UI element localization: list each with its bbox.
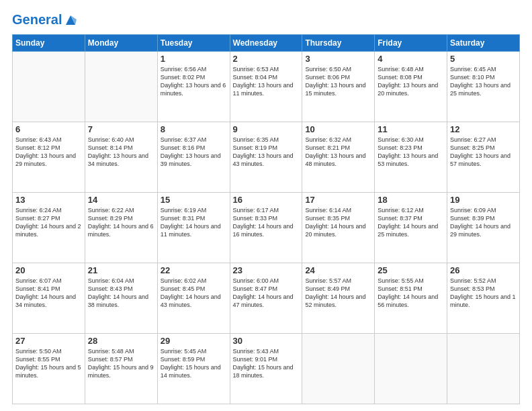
day-number: 29 [161,336,227,346]
day-info: Sunrise: 6:19 AM Sunset: 8:31 PM Dayligh… [161,206,227,239]
calendar-cell: 11Sunrise: 6:30 AM Sunset: 8:23 PM Dayli… [375,122,447,193]
day-info: Sunrise: 5:45 AM Sunset: 8:59 PM Dayligh… [161,347,227,380]
calendar-cell: 18Sunrise: 6:12 AM Sunset: 8:37 PM Dayli… [375,193,447,263]
calendar-cell: 3Sunrise: 6:50 AM Sunset: 8:06 PM Daylig… [302,52,375,122]
day-info: Sunrise: 6:12 AM Sunset: 8:37 PM Dayligh… [378,206,444,239]
day-info: Sunrise: 6:43 AM Sunset: 8:12 PM Dayligh… [15,136,82,169]
day-info: Sunrise: 6:53 AM Sunset: 8:04 PM Dayligh… [233,65,300,98]
calendar-cell: 15Sunrise: 6:19 AM Sunset: 8:31 PM Dayli… [157,193,230,263]
day-info: Sunrise: 6:02 AM Sunset: 8:45 PM Dayligh… [161,277,227,310]
day-info: Sunrise: 6:56 AM Sunset: 8:02 PM Dayligh… [161,65,227,98]
calendar-week-row: 1Sunrise: 6:56 AM Sunset: 8:02 PM Daylig… [13,52,520,122]
day-info: Sunrise: 6:04 AM Sunset: 8:43 PM Dayligh… [88,277,154,310]
day-number: 27 [15,336,82,346]
day-info: Sunrise: 6:17 AM Sunset: 8:33 PM Dayligh… [233,206,300,239]
day-info: Sunrise: 6:40 AM Sunset: 8:14 PM Dayligh… [88,136,154,169]
calendar-cell: 30Sunrise: 5:43 AM Sunset: 9:01 PM Dayli… [230,334,302,404]
day-number: 1 [161,54,227,64]
calendar-cell: 19Sunrise: 6:09 AM Sunset: 8:39 PM Dayli… [447,193,520,263]
day-info: Sunrise: 6:22 AM Sunset: 8:29 PM Dayligh… [88,206,154,239]
calendar-cell: 8Sunrise: 6:37 AM Sunset: 8:16 PM Daylig… [157,122,230,193]
calendar-cell: 10Sunrise: 6:32 AM Sunset: 8:21 PM Dayli… [302,122,375,193]
calendar-cell: 7Sunrise: 6:40 AM Sunset: 8:14 PM Daylig… [85,122,157,193]
day-number: 2 [233,54,300,64]
day-info: Sunrise: 6:48 AM Sunset: 8:08 PM Dayligh… [378,65,444,98]
calendar-week-row: 27Sunrise: 5:50 AM Sunset: 8:55 PM Dayli… [13,334,520,404]
calendar-table: Sunday Monday Tuesday Wednesday Thursday… [12,34,520,404]
day-info: Sunrise: 5:52 AM Sunset: 8:53 PM Dayligh… [450,277,517,310]
day-number: 17 [305,195,371,205]
calendar-cell: 26Sunrise: 5:52 AM Sunset: 8:53 PM Dayli… [447,263,520,334]
day-info: Sunrise: 6:07 AM Sunset: 8:41 PM Dayligh… [15,277,82,310]
day-number: 30 [233,336,300,346]
day-number: 13 [15,195,82,205]
logo-icon [63,13,78,28]
col-friday: Friday [375,35,447,52]
day-number: 7 [88,124,154,134]
day-info: Sunrise: 5:57 AM Sunset: 8:49 PM Dayligh… [305,277,371,310]
day-number: 12 [450,124,517,134]
calendar-cell: 1Sunrise: 6:56 AM Sunset: 8:02 PM Daylig… [157,52,230,122]
day-number: 20 [15,265,82,275]
day-info: Sunrise: 6:32 AM Sunset: 8:21 PM Dayligh… [305,136,371,169]
calendar-week-row: 13Sunrise: 6:24 AM Sunset: 8:27 PM Dayli… [13,193,520,263]
calendar-cell: 21Sunrise: 6:04 AM Sunset: 8:43 PM Dayli… [85,263,157,334]
calendar-cell [85,52,157,122]
calendar-cell: 4Sunrise: 6:48 AM Sunset: 8:08 PM Daylig… [375,52,447,122]
day-info: Sunrise: 5:50 AM Sunset: 8:55 PM Dayligh… [15,347,82,380]
header: General [12,12,520,28]
calendar-cell: 6Sunrise: 6:43 AM Sunset: 8:12 PM Daylig… [13,122,85,193]
col-thursday: Thursday [302,35,375,52]
day-number: 25 [378,265,444,275]
col-saturday: Saturday [447,35,520,52]
calendar-cell: 25Sunrise: 5:55 AM Sunset: 8:51 PM Dayli… [375,263,447,334]
day-number: 28 [88,336,154,346]
calendar-cell: 2Sunrise: 6:53 AM Sunset: 8:04 PM Daylig… [230,52,302,122]
day-info: Sunrise: 6:14 AM Sunset: 8:35 PM Dayligh… [305,206,371,239]
day-number: 4 [378,54,444,64]
day-number: 22 [161,265,227,275]
calendar-cell [447,334,520,404]
day-number: 5 [450,54,517,64]
day-number: 3 [305,54,371,64]
calendar-cell [375,334,447,404]
day-info: Sunrise: 6:27 AM Sunset: 8:25 PM Dayligh… [450,136,517,169]
day-number: 26 [450,265,517,275]
calendar-cell: 13Sunrise: 6:24 AM Sunset: 8:27 PM Dayli… [13,193,85,263]
calendar-cell: 5Sunrise: 6:45 AM Sunset: 8:10 PM Daylig… [447,52,520,122]
day-number: 18 [378,195,444,205]
day-number: 6 [15,124,82,134]
day-info: Sunrise: 6:35 AM Sunset: 8:19 PM Dayligh… [233,136,300,169]
day-info: Sunrise: 5:43 AM Sunset: 9:01 PM Dayligh… [233,347,300,380]
calendar-week-row: 20Sunrise: 6:07 AM Sunset: 8:41 PM Dayli… [13,263,520,334]
calendar-cell [302,334,375,404]
day-number: 23 [233,265,300,275]
day-info: Sunrise: 6:00 AM Sunset: 8:47 PM Dayligh… [233,277,300,310]
calendar-cell: 23Sunrise: 6:00 AM Sunset: 8:47 PM Dayli… [230,263,302,334]
calendar-cell: 14Sunrise: 6:22 AM Sunset: 8:29 PM Dayli… [85,193,157,263]
day-number: 19 [450,195,517,205]
day-info: Sunrise: 6:37 AM Sunset: 8:16 PM Dayligh… [161,136,227,169]
day-number: 16 [233,195,300,205]
calendar-cell: 22Sunrise: 6:02 AM Sunset: 8:45 PM Dayli… [157,263,230,334]
calendar-cell: 29Sunrise: 5:45 AM Sunset: 8:59 PM Dayli… [157,334,230,404]
calendar-cell: 20Sunrise: 6:07 AM Sunset: 8:41 PM Dayli… [13,263,85,334]
page: General Sunday Monday Tuesday Wednesday … [0,0,532,411]
calendar-cell: 9Sunrise: 6:35 AM Sunset: 8:19 PM Daylig… [230,122,302,193]
col-tuesday: Tuesday [157,35,230,52]
calendar-cell [13,52,85,122]
day-info: Sunrise: 6:24 AM Sunset: 8:27 PM Dayligh… [15,206,82,239]
col-sunday: Sunday [13,35,85,52]
day-number: 21 [88,265,154,275]
calendar-cell: 16Sunrise: 6:17 AM Sunset: 8:33 PM Dayli… [230,193,302,263]
calendar-cell: 17Sunrise: 6:14 AM Sunset: 8:35 PM Dayli… [302,193,375,263]
day-number: 9 [233,124,300,134]
calendar-week-row: 6Sunrise: 6:43 AM Sunset: 8:12 PM Daylig… [13,122,520,193]
calendar-cell: 12Sunrise: 6:27 AM Sunset: 8:25 PM Dayli… [447,122,520,193]
col-wednesday: Wednesday [230,35,302,52]
logo-general-part: General [12,12,62,27]
day-number: 11 [378,124,444,134]
day-info: Sunrise: 5:55 AM Sunset: 8:51 PM Dayligh… [378,277,444,310]
logo-general-text: General [12,12,62,28]
day-info: Sunrise: 6:45 AM Sunset: 8:10 PM Dayligh… [450,65,517,98]
